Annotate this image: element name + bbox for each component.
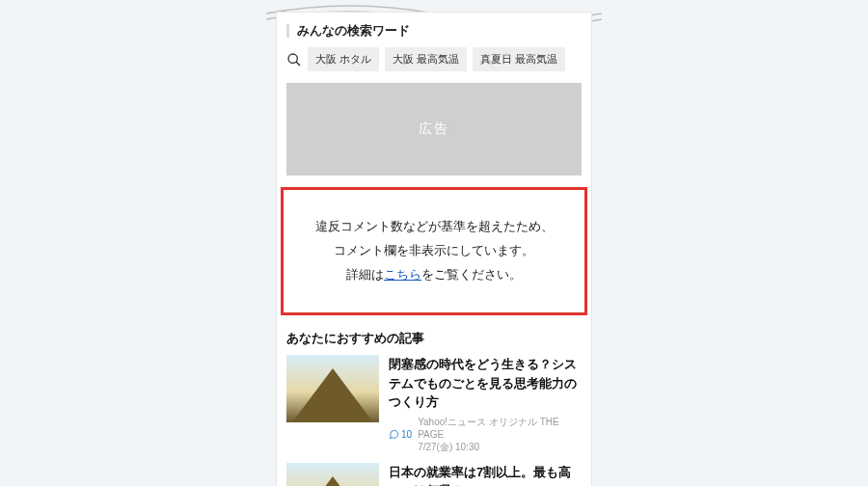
search-tag[interactable]: 大阪 ホタル bbox=[308, 47, 379, 71]
heading-accent-bar bbox=[286, 24, 289, 38]
article-source-date: Yahoo!ニュース オリジナル THE PAGE 7/27(金) 10:30 bbox=[418, 416, 582, 453]
comment-count: 10 bbox=[401, 428, 412, 441]
notice-line-1: 違反コメント数などが基準を超えたため、 bbox=[295, 215, 573, 239]
article-thumbnail bbox=[286, 355, 379, 422]
comment-icon bbox=[389, 429, 399, 440]
article-meta: 10 Yahoo!ニュース オリジナル THE PAGE 7/27(金) 10:… bbox=[389, 416, 582, 453]
svg-line-1 bbox=[296, 62, 300, 66]
notice-prefix: 詳細は bbox=[346, 268, 384, 282]
article-source: Yahoo!ニュース オリジナル THE PAGE bbox=[418, 417, 559, 440]
article-item[interactable]: 日本の就業率は7割以上。最も高いのは何県？ bbox=[277, 463, 591, 487]
article-body: 日本の就業率は7割以上。最も高いのは何県？ bbox=[389, 463, 582, 487]
comments-hidden-notice: 違反コメント数などが基準を超えたため、 コメント欄を非表示にしています。 詳細は… bbox=[281, 187, 587, 315]
article-thumbnail bbox=[286, 463, 379, 487]
search-tag[interactable]: 真夏日 最高気温 bbox=[473, 47, 565, 71]
ad-placeholder[interactable]: 広告 bbox=[286, 83, 582, 176]
ad-label: 広告 bbox=[419, 121, 449, 138]
article-body: 閉塞感の時代をどう生きる？システムでものごとを見る思考能力のつくり方 10 Ya… bbox=[389, 355, 582, 453]
search-tag[interactable]: 大阪 最高気温 bbox=[385, 47, 467, 71]
search-keywords-row: 大阪 ホタル 大阪 最高気温 真夏日 最高気温 bbox=[277, 47, 591, 83]
article-title: 閉塞感の時代をどう生きる？システムでものごとを見る思考能力のつくり方 bbox=[389, 355, 582, 412]
notice-line-2: コメント欄を非表示にしています。 bbox=[295, 239, 573, 263]
article-item[interactable]: 閉塞感の時代をどう生きる？システムでものごとを見る思考能力のつくり方 10 Ya… bbox=[277, 355, 591, 463]
notice-suffix: をご覧ください。 bbox=[421, 268, 522, 282]
notice-line-3: 詳細はこちらをご覧ください。 bbox=[295, 263, 573, 287]
search-icon bbox=[286, 52, 302, 68]
article-date: 7/27(金) 10:30 bbox=[418, 442, 479, 452]
svg-point-0 bbox=[288, 54, 297, 63]
article-title: 日本の就業率は7割以上。最も高いのは何県？ bbox=[389, 463, 582, 487]
comment-count-badge[interactable]: 10 bbox=[389, 428, 412, 441]
search-keywords-heading: みんなの検索ワード bbox=[277, 13, 591, 47]
notice-details-link[interactable]: こちら bbox=[384, 268, 421, 282]
search-keywords-title: みんなの検索ワード bbox=[297, 22, 410, 40]
recommended-articles-heading: あなたにおすすめの記事 bbox=[277, 325, 591, 355]
mobile-screen: みんなの検索ワード 大阪 ホタル 大阪 最高気温 真夏日 最高気温 広告 違反コ… bbox=[276, 12, 592, 486]
